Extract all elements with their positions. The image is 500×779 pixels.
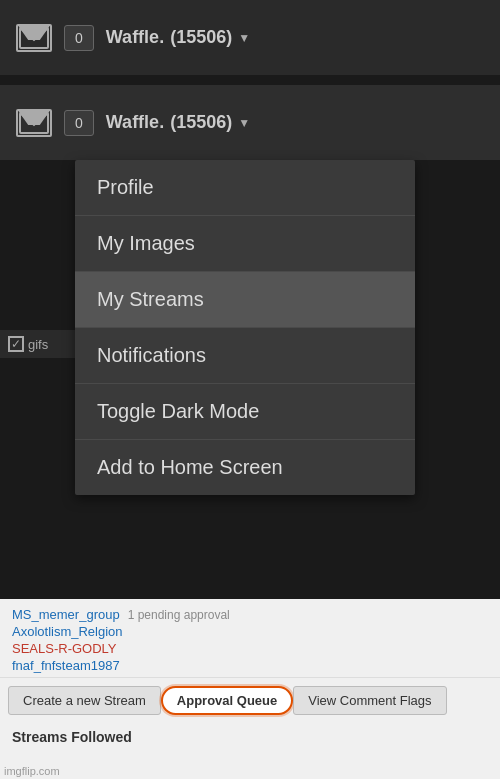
svg-rect-0 — [20, 28, 48, 48]
mail-icon-main — [16, 109, 52, 137]
dropdown-item-profile[interactable]: Profile — [75, 160, 415, 216]
count-badge-bg: 0 — [64, 25, 94, 51]
gifs-label: gifs — [28, 337, 48, 352]
username-text-main: Waffle. — [106, 112, 164, 133]
streams-followed-label: Streams Followed — [0, 723, 500, 749]
dropdown-item-my-streams[interactable]: My Streams — [75, 272, 415, 328]
stream-item-1: MS_memer_group 1 pending approval — [12, 607, 488, 622]
username-button-main[interactable]: Waffle. (15506) ▼ — [106, 112, 250, 133]
dropdown-arrow-bg: ▼ — [238, 31, 250, 45]
stream-link-ms-memer[interactable]: MS_memer_group — [12, 607, 120, 622]
dropdown-item-notifications[interactable]: Notifications — [75, 328, 415, 384]
main-header: 0 Waffle. (15506) ▼ — [0, 85, 500, 160]
dropdown-menu: Profile My Images My Streams Notificatio… — [75, 160, 415, 495]
view-comment-flags-button[interactable]: View Comment Flags — [293, 686, 446, 715]
stream-link-fnaf[interactable]: fnaf_fnfsteam1987 — [12, 658, 488, 673]
pending-badge-1: 1 pending approval — [128, 608, 230, 622]
score-text-main: (15506) — [170, 112, 232, 133]
username-button-bg[interactable]: Waffle. (15506) ▼ — [106, 27, 250, 48]
svg-rect-1 — [20, 113, 48, 133]
dropdown-item-home-screen[interactable]: Add to Home Screen — [75, 440, 415, 495]
mail-icon-bg — [16, 24, 52, 52]
gifs-area: gifs — [0, 330, 75, 358]
dropdown-arrow-main: ▼ — [238, 116, 250, 130]
streams-buttons-row: Create a new Stream Approval Queue View … — [0, 677, 500, 723]
watermark: imgflip.com — [4, 765, 60, 777]
streams-list: MS_memer_group 1 pending approval Axolot… — [0, 599, 500, 673]
username-text-bg: Waffle. — [106, 27, 164, 48]
stream-link-seals[interactable]: SEALS-R-GODLY — [12, 641, 488, 656]
approval-queue-button[interactable]: Approval Queue — [161, 686, 293, 715]
stream-link-axolotlism[interactable]: Axolotlism_Relgion — [12, 624, 488, 639]
streams-section: MS_memer_group 1 pending approval Axolot… — [0, 599, 500, 779]
dropdown-item-dark-mode[interactable]: Toggle Dark Mode — [75, 384, 415, 440]
dropdown-item-my-images[interactable]: My Images — [75, 216, 415, 272]
gifs-checkbox[interactable] — [8, 336, 24, 352]
background-header: 0 Waffle. (15506) ▼ — [0, 0, 500, 75]
create-stream-button[interactable]: Create a new Stream — [8, 686, 161, 715]
count-badge-main: 0 — [64, 110, 94, 136]
score-text-bg: (15506) — [170, 27, 232, 48]
